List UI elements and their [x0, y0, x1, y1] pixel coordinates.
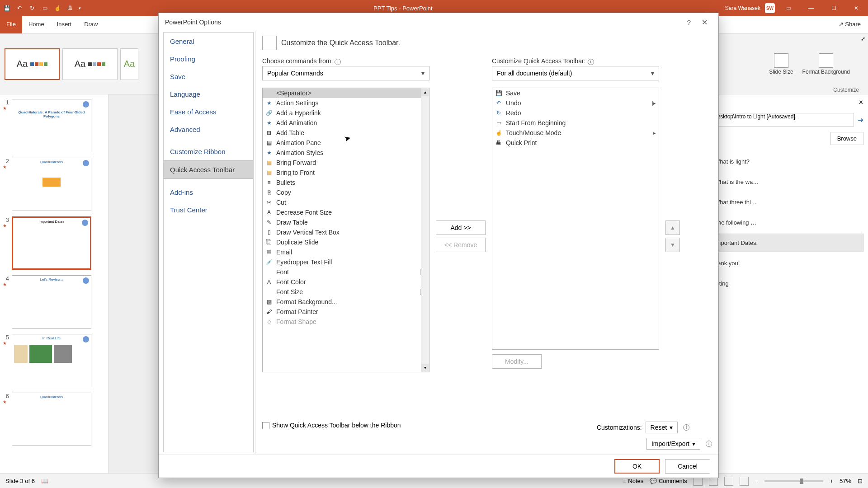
scroll-down-icon[interactable]: ▾ — [421, 364, 429, 372]
command-item[interactable]: ▤Animation Pane — [263, 138, 429, 148]
sidebar-item-save[interactable]: Save — [164, 68, 253, 85]
cancel-button[interactable]: Cancel — [665, 459, 710, 474]
reuse-slide-item[interactable]: Important Dates: — [710, 234, 863, 252]
reuse-slide-item[interactable]: The following … — [710, 213, 863, 232]
info-icon[interactable]: i — [335, 59, 341, 65]
reuse-slide-item[interactable]: atting — [710, 274, 863, 293]
zoom-slider[interactable] — [764, 480, 823, 482]
scroll-up-icon[interactable]: ▴ — [421, 88, 429, 96]
info-icon[interactable]: i — [706, 441, 712, 447]
sidebar-item-ease[interactable]: Ease of Access — [164, 103, 253, 121]
reset-button[interactable]: Reset ▾ — [646, 422, 678, 433]
slide-counter[interactable]: Slide 3 of 6 — [5, 478, 35, 484]
command-item[interactable]: ▯Draw Vertical Text Box — [263, 227, 429, 237]
close-panel-icon[interactable]: ✕ — [859, 99, 863, 106]
ribbon-display-icon[interactable]: ▭ — [779, 0, 797, 16]
command-item[interactable]: ★Action Settings — [263, 98, 429, 108]
qat-item[interactable]: ▭Start From Beginning — [492, 118, 659, 128]
zoom-out-icon[interactable]: − — [755, 478, 759, 484]
ok-button[interactable]: OK — [614, 459, 660, 474]
go-arrow-icon[interactable]: ➜ — [858, 116, 863, 124]
tab-home[interactable]: Home — [22, 16, 51, 33]
command-item[interactable]: ▦Bring Forward — [263, 158, 429, 168]
sidebar-item-advanced[interactable]: Advanced — [164, 121, 253, 138]
reuse-slide-item[interactable]: What three thi… — [710, 193, 863, 211]
command-item[interactable]: 🔗Add a Hyperlink — [263, 108, 429, 118]
redo-icon[interactable]: ↻ — [28, 4, 36, 12]
sidebar-item-proofing[interactable]: Proofing — [164, 50, 253, 68]
commands-from-dropdown[interactable]: Popular Commands — [262, 66, 429, 80]
format-background-button[interactable]: Format Background — [802, 53, 850, 75]
sidebar-item-qat[interactable]: Quick Access Toolbar — [164, 160, 253, 179]
spellcheck-icon[interactable]: 📖 — [41, 478, 48, 484]
qat-item[interactable]: ☝Touch/Mouse Mode▸ — [492, 128, 659, 138]
minimize-icon[interactable]: — — [802, 0, 820, 16]
scrollbar[interactable]: ▴ ▾ — [421, 88, 429, 372]
user-avatar[interactable]: SW — [765, 3, 775, 13]
close-window-icon[interactable]: ✕ — [847, 0, 865, 16]
theme-variant-1[interactable]: Aa — [5, 48, 60, 80]
touch-icon[interactable]: ☝ — [53, 4, 61, 12]
sidebar-item-trust[interactable]: Trust Center — [164, 201, 253, 219]
slide-thumb-1[interactable]: Quadrilaterals: A Parade of Four-Sided P… — [12, 99, 91, 152]
command-item[interactable]: ≡Bullets|▸ — [263, 178, 429, 188]
current-qat-list[interactable]: 💾Save ↶Undo|▸ ↻Redo ▭Start From Beginnin… — [492, 88, 659, 350]
collapse-ribbon-icon[interactable]: ⤢ — [861, 36, 865, 42]
save-icon[interactable]: 💾 — [3, 4, 11, 12]
qat-item[interactable]: 💾Save — [492, 88, 659, 98]
command-item[interactable]: ★Animation Styles▸ — [263, 148, 429, 158]
remove-button[interactable]: << Remove — [436, 238, 486, 252]
slide-thumb-6[interactable]: Quadrilaterals — [12, 393, 91, 446]
command-item[interactable]: ⊞Add Table▸ — [263, 128, 429, 138]
reuse-slide-item[interactable]: What is light? — [710, 152, 863, 171]
undo-icon[interactable]: ↶ — [15, 4, 24, 12]
sidebar-item-language[interactable]: Language — [164, 85, 253, 103]
command-item[interactable]: ⿻Duplicate Slide — [263, 237, 429, 247]
notes-button[interactable]: ≡ Notes — [623, 478, 643, 484]
slide-thumb-2[interactable]: Quadrilaterals — [12, 158, 91, 211]
tab-insert[interactable]: Insert — [51, 16, 78, 33]
command-item[interactable]: FontI — [263, 267, 429, 277]
share-button[interactable]: ↗ Share — [831, 16, 868, 32]
command-item[interactable]: ✂Cut — [263, 197, 429, 207]
slide-thumb-3[interactable]: Important Dates — [12, 216, 91, 270]
command-item[interactable]: ✉Email — [263, 247, 429, 257]
reuse-slide-item[interactable]: hank you! — [710, 254, 863, 272]
fit-window-icon[interactable]: ⊡ — [858, 478, 863, 484]
theme-variant-3[interactable]: Aa — [120, 48, 138, 80]
move-up-button[interactable]: ▲ — [665, 221, 680, 235]
add-button[interactable]: Add >> — [436, 221, 486, 235]
browse-button[interactable]: Browse — [830, 132, 863, 145]
maximize-icon[interactable]: ☐ — [825, 0, 843, 16]
command-item[interactable]: ▦Bring to Front — [263, 168, 429, 178]
reading-view-icon[interactable] — [724, 477, 733, 486]
qat-item[interactable]: ↻Redo — [492, 108, 659, 118]
import-export-button[interactable]: Import/Export ▾ — [646, 438, 700, 450]
available-commands-list[interactable]: <Separator> ★Action Settings 🔗Add a Hype… — [262, 88, 429, 372]
tab-draw[interactable]: Draw — [78, 16, 104, 33]
slide-thumb-5[interactable]: In Real Life — [12, 334, 91, 387]
zoom-level[interactable]: 57% — [840, 478, 851, 484]
modify-button[interactable]: Modify... — [492, 354, 542, 369]
command-item[interactable]: Font SizeI — [263, 287, 429, 297]
help-icon[interactable]: ? — [681, 19, 697, 26]
qat-item[interactable]: 🖶Quick Print — [492, 138, 659, 148]
command-item[interactable]: ✎Draw Table — [263, 217, 429, 227]
info-icon[interactable]: i — [683, 424, 689, 431]
show-below-checkbox[interactable]: Show Quick Access Toolbar below the Ribb… — [262, 422, 401, 429]
slideshow-view-icon[interactable] — [740, 477, 749, 486]
command-item[interactable]: ADecrease Font Size — [263, 207, 429, 217]
info-icon[interactable]: i — [588, 59, 594, 65]
theme-variant-2[interactable]: Aa — [62, 48, 118, 80]
command-separator[interactable]: <Separator> — [263, 88, 429, 98]
command-item[interactable]: ◇Format Shape — [263, 317, 429, 327]
command-item[interactable]: ⎘Copy — [263, 188, 429, 197]
slide-size-button[interactable]: Slide Size — [769, 53, 793, 75]
command-item[interactable]: 💉Eyedropper Text Fill — [263, 257, 429, 267]
command-item[interactable]: AFont Color|▸ — [263, 277, 429, 287]
sidebar-item-ribbon[interactable]: Customize Ribbon — [164, 143, 253, 160]
zoom-in-icon[interactable]: + — [830, 478, 833, 484]
move-down-button[interactable]: ▼ — [665, 238, 680, 252]
filepath-dropdown[interactable]: Desktop\Intro to Light [Autosaved]. — [710, 113, 854, 127]
comments-button[interactable]: 💬 Comments — [650, 478, 687, 484]
